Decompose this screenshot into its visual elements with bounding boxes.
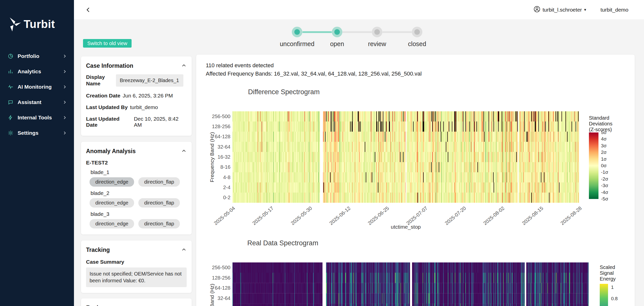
back-button[interactable] [85,6,92,13]
energy-colorbar-label: 1 [611,285,614,290]
y-axis-tick-labels: 256-500128-25664-12832-64 [201,262,230,303]
turbit-logo[interactable]: Turbit [0,0,74,33]
step-circle-closed[interactable] [412,27,422,37]
step-connector [342,31,372,33]
real-data-spectrogram-heatmap[interactable] [232,262,589,306]
blade-1-tags: direction_edge direction_flap [90,177,187,187]
anomaly-tag-chip[interactable]: direction_edge [90,219,134,228]
affected-frequency-bands: Affected Frequency Bands: 16_32.val, 32_… [206,71,422,77]
sidebar-item-analytics[interactable]: Analytics [0,64,74,79]
difference-spectrogram-heatmap[interactable] [232,111,579,203]
blade-name: blade_2 [91,190,187,196]
sidebar-item-label: Settings [18,130,62,136]
step-dot [374,29,380,35]
anomaly-analysis-header[interactable]: Anomaly Analysis [86,148,187,155]
last-updated-date-value: Dec 10, 2025, 8:42 AM [134,116,187,128]
blade-3-tags: direction_edge direction_flap [90,219,187,228]
last-updated-by-row: Last Updated By turbit_demo [86,104,187,110]
z-score-colorbar-labels: 5σ4σ3σ2σ1σ0σ-1σ-2σ-3σ-4σ-5σ [601,132,608,199]
chevron-right-icon [62,85,67,89]
display-name-field-row: Display Name Breezeway_E-2_Blades_1 [86,74,187,87]
turbit-logo-icon [7,16,22,33]
step-dot [334,29,340,35]
last-updated-by-label: Last Updated By [86,104,128,110]
blade-name: blade_1 [91,169,187,175]
step-connector [302,31,332,33]
card-title: Case Information [86,62,133,69]
activity-icon [7,83,14,90]
step-connector [382,31,412,33]
card-title: Tracking [86,247,110,253]
chevron-right-icon [62,100,67,105]
chevron-up-icon [181,148,187,155]
switch-to-old-view-button[interactable]: Switch to old view [83,39,132,48]
step-label-unconfirmed: unconfirmed [280,40,314,48]
sidebar-item-label: Analytics [18,69,62,75]
review-header[interactable]: Review [86,304,187,306]
sidebar: Turbit Portfolio Analytics AI Monito [0,0,74,306]
sidebar-item-settings[interactable]: Settings [0,125,74,141]
step-label-review: review [368,40,386,48]
chevron-right-icon [62,115,67,120]
energy-colorbar-label: 0.8 [611,296,618,301]
real-data-spectrogram-title: Real Data Spectrogram [247,239,318,247]
anomaly-tag-chip[interactable]: direction_edge [90,198,134,208]
card-title: Anomaly Analysis [86,148,136,155]
x-axis-tick-labels: 2025-05-042025-05-172025-05-302025-06-12… [232,204,579,225]
anomaly-analysis-card: Anomaly Analysis E-TEST2 blade_1 directi… [81,142,192,234]
y-axis-tick-labels: 256-500128-25664-12832-6416-328-164-82-4… [201,111,230,203]
logo-text: Turbit [24,18,55,30]
case-summary-input[interactable]: Issue not specified; OEM/Service has not… [86,267,187,287]
sidebar-item-label: AI Monitoring [18,84,62,90]
turbine-name: E-TEST2 [86,160,187,166]
step-circle-unconfirmed[interactable] [292,27,302,37]
tracking-header[interactable]: Tracking [86,247,187,253]
sidebar-item-assistant[interactable]: Assistant [0,94,74,110]
creation-date-value: Jun 6, 2025, 3:26 PM [123,93,173,99]
display-name-input[interactable]: Breezeway_E-2_Blades_1 [116,74,183,87]
case-information-header[interactable]: Case Information [86,62,187,69]
lightning-icon [7,114,14,121]
blade-name: blade_3 [91,211,187,217]
step-circle-open[interactable] [332,27,342,37]
sidebar-item-label: Assistant [18,99,62,105]
anomaly-tag-chip[interactable]: direction_edge [90,177,134,187]
last-updated-date-row: Last Updated Date Dec 10, 2025, 8:42 AM [86,116,187,128]
related-events-count: 110 related events detected [206,62,274,69]
blade-2-tags: direction_edge direction_flap [90,198,187,208]
chevron-right-icon [62,131,67,135]
tenant-name: turbit_demo [600,7,628,13]
energy-colorbar [600,284,608,306]
user-menu[interactable]: turbit_l.schroeter ▾ [534,6,586,14]
caret-down-icon: ▾ [584,7,586,12]
pie-chart-icon [7,53,14,60]
display-name-label: Display Name [86,74,115,87]
chat-icon [7,99,14,106]
anomaly-tag-chip[interactable]: direction_flap [138,177,180,187]
sidebar-item-internal-tools[interactable]: Internal Tools [0,110,74,125]
sidebar-item-label: Portfolio [18,53,62,59]
user-name: turbit_l.schroeter [543,7,582,13]
step-circle-review[interactable] [372,27,382,37]
energy-colorbar-title: ScaledSignalEnergy [600,264,616,282]
spectrogram-panel: 110 related events detected Affected Fre… [196,55,635,306]
z-score-colorbar [589,132,598,199]
chevron-up-icon [181,247,187,253]
last-updated-date-label: Last Updated Date [86,116,132,128]
x-axis-title: utctime_stop [232,224,579,230]
sidebar-menu: Portfolio Analytics AI Monitoring [0,48,74,141]
sidebar-item-ai-monitoring[interactable]: AI Monitoring [0,79,74,94]
topbar: turbit_l.schroeter ▾ turbit_demo [74,0,644,19]
chevron-down-icon [181,305,187,306]
anomaly-tag-chip[interactable]: direction_flap [138,198,180,208]
step-label-closed: closed [408,40,426,48]
difference-spectrogram-title: Difference Spectrogram [248,88,320,96]
last-updated-by-value: turbit_demo [130,104,158,110]
chevron-up-icon [181,63,187,69]
case-summary-label: Case Summary [86,259,187,265]
sidebar-item-portfolio[interactable]: Portfolio [0,48,74,64]
bar-chart-icon [7,68,14,75]
case-status-stepper: unconfirmed open review closed [292,27,422,49]
anomaly-tag-chip[interactable]: direction_flap [138,219,180,228]
review-card: Review [81,298,192,306]
